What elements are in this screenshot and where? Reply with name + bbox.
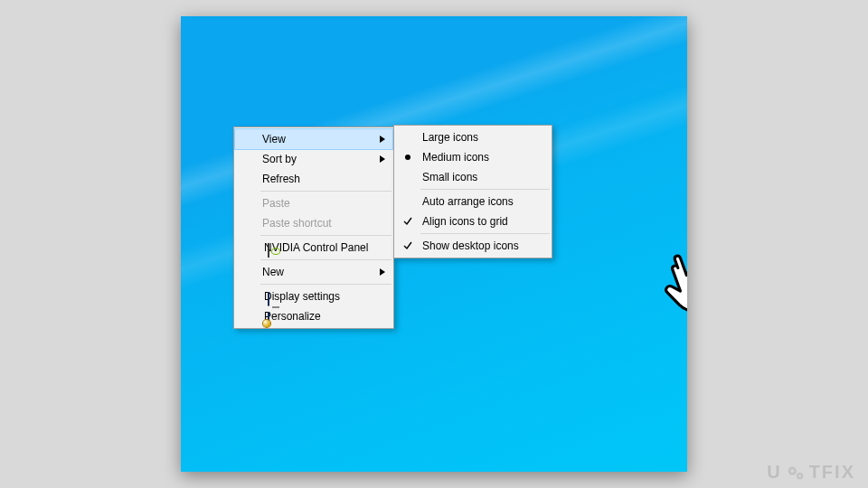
menu-item-label: Align icons to grid — [422, 215, 508, 228]
menu-item-label: Paste — [262, 197, 290, 210]
nvidia-icon — [268, 243, 269, 258]
menu-item-label: Display settings — [264, 290, 340, 303]
submenu-item-align-to-grid[interactable]: Align icons to grid — [395, 211, 551, 231]
menu-separator — [420, 233, 550, 234]
submenu-item-auto-arrange[interactable]: Auto arrange icons — [395, 192, 551, 211]
menu-item-sort-by[interactable]: Sort by — [235, 149, 392, 169]
menu-separator — [260, 235, 392, 236]
menu-item-label: Refresh — [262, 173, 300, 185]
pointing-hand-cursor-icon — [653, 244, 687, 314]
gears-icon — [786, 463, 806, 483]
submenu-item-show-desktop-icons[interactable]: Show desktop icons — [395, 236, 551, 256]
desktop-context-menu[interactable]: View Sort by Refresh Paste Paste shortcu… — [233, 127, 394, 329]
menu-separator — [260, 191, 392, 192]
menu-item-display-settings[interactable]: Display settings — [235, 286, 392, 306]
display-settings-icon — [268, 292, 269, 306]
submenu-item-medium-icons[interactable]: Medium icons — [395, 147, 551, 167]
watermark-text-prefix: U — [767, 462, 781, 483]
personalize-icon — [268, 312, 269, 326]
watermark: U TFIX — [767, 462, 855, 483]
menu-item-label: Large icons — [422, 131, 478, 144]
check-mark-checked — [395, 211, 420, 231]
menu-item-label: Show desktop icons — [422, 239, 519, 252]
radio-mark — [395, 127, 420, 147]
radio-mark — [395, 167, 420, 187]
menu-item-label: Paste shortcut — [262, 217, 332, 230]
menu-item-refresh[interactable]: Refresh — [235, 169, 392, 189]
menu-item-label: New — [262, 266, 284, 278]
submenu-arrow-icon — [378, 129, 387, 149]
menu-separator — [260, 284, 392, 285]
menu-item-label: Auto arrange icons — [422, 195, 514, 208]
submenu-item-large-icons[interactable]: Large icons — [395, 127, 551, 147]
menu-item-label: Personalize — [264, 310, 321, 323]
view-submenu[interactable]: Large icons Medium icons Small icons Aut… — [393, 125, 552, 258]
submenu-item-small-icons[interactable]: Small icons — [395, 167, 551, 187]
menu-item-paste: Paste — [235, 193, 392, 213]
check-mark — [395, 192, 420, 211]
menu-item-view[interactable]: View — [235, 129, 392, 149]
check-mark-checked — [395, 236, 420, 256]
menu-item-paste-shortcut: Paste shortcut — [235, 213, 392, 233]
desktop-screenshot: View Sort by Refresh Paste Paste shortcu… — [181, 16, 687, 472]
menu-separator — [260, 259, 392, 260]
menu-item-personalize[interactable]: Personalize — [235, 306, 392, 326]
menu-separator — [420, 189, 550, 190]
menu-item-label: Sort by — [262, 153, 297, 165]
svg-point-1 — [790, 469, 794, 473]
menu-item-new[interactable]: New — [235, 262, 392, 282]
radio-mark-selected — [395, 147, 420, 167]
submenu-arrow-icon — [378, 262, 387, 282]
menu-item-label: Small icons — [422, 171, 477, 183]
menu-item-nvidia-control-panel[interactable]: NVIDIA Control Panel — [235, 238, 392, 258]
submenu-arrow-icon — [378, 149, 387, 169]
menu-item-label: View — [262, 133, 286, 145]
svg-point-3 — [798, 474, 801, 477]
watermark-text-suffix: TFIX — [809, 462, 855, 483]
menu-item-label: Medium icons — [422, 151, 489, 164]
